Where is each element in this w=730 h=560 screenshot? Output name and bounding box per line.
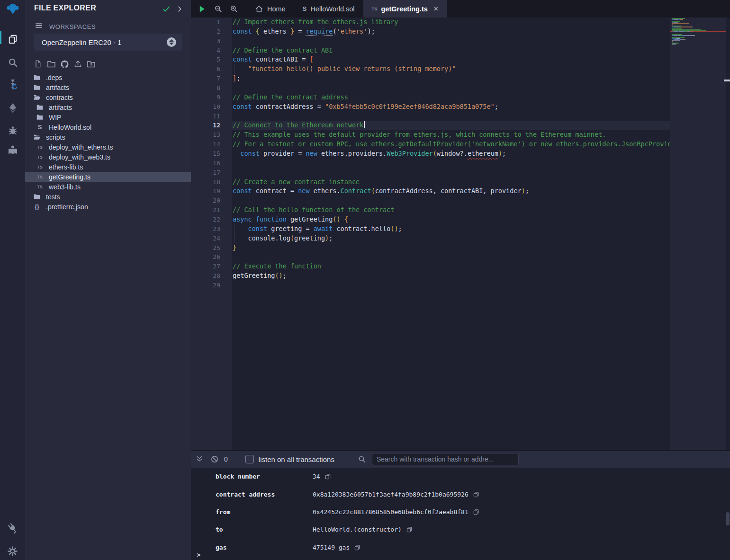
line-number: 23 <box>191 224 220 234</box>
zoom-out-icon[interactable] <box>212 3 224 15</box>
run-script-button[interactable] <box>196 3 208 15</box>
code-line-4: ​// Define the contract ABI <box>232 46 670 55</box>
folder-open-icon <box>33 94 41 101</box>
deploy-run-icon[interactable] <box>7 102 19 114</box>
line-number: 9 <box>191 93 220 102</box>
upload-file-icon[interactable] <box>73 59 82 69</box>
ts-file-icon: TS <box>36 163 44 171</box>
code-line-22: ​async function getGreeting() { <box>232 215 670 224</box>
json-file-icon: {} <box>33 203 41 211</box>
indent-guide <box>234 64 234 74</box>
workspace-select[interactable]: OpenZeppelin ERC20 - 1 <box>34 34 182 51</box>
new-folder-icon[interactable] <box>46 59 56 69</box>
copy-icon[interactable] <box>324 473 331 480</box>
file-tree: .depsartifactscontractsartifactsWIPSHell… <box>25 72 191 212</box>
terminal-row-label: contract address <box>216 491 275 498</box>
code-line-14: ​// For a testnet or custom RPC, use eth… <box>232 140 670 149</box>
copy-icon[interactable] <box>473 508 479 516</box>
copy-icon[interactable] <box>354 544 360 551</box>
learneth-icon[interactable] <box>7 144 19 156</box>
editor-column: HomeSHelloWorld.solTSgetGreeting.ts✕ 123… <box>191 0 730 560</box>
code-line-5: ​const contractABI = [ <box>232 55 670 64</box>
terminal-collapse-icon[interactable] <box>194 453 205 465</box>
folder-icon <box>36 114 44 121</box>
line-number: 3 <box>191 36 220 46</box>
tab-helloworld-sol[interactable]: SHelloWorld.sol <box>294 0 363 18</box>
terminal-search-input[interactable] <box>372 453 519 465</box>
tree-item-getgreeting-ts[interactable]: TSgetGreeting.ts <box>25 172 191 182</box>
tree-item--prettierrc-json[interactable]: {}.prettierrc.json <box>25 202 191 212</box>
settings-icon[interactable] <box>7 545 19 557</box>
line-number: 22 <box>191 215 220 224</box>
tree-item-contracts[interactable]: contracts <box>25 92 191 102</box>
remix-logo[interactable] <box>7 2 19 15</box>
plugin-manager-icon[interactable] <box>7 522 19 534</box>
tab-getgreeting-ts[interactable]: TSgetGreeting.ts✕ <box>363 0 447 18</box>
line-number: 13 <box>191 130 220 140</box>
close-tab-icon[interactable]: ✕ <box>433 5 439 12</box>
folder-icon <box>33 74 41 81</box>
code-line-26: ​ <box>232 252 670 262</box>
tree-item--deps[interactable]: .deps <box>25 72 191 82</box>
code-line-21: ​// Call the hello function of the contr… <box>232 205 670 215</box>
code-line-11: ​ <box>232 112 670 121</box>
github-icon[interactable] <box>60 59 69 69</box>
terminal-toolbar: 0 listen on all transactions <box>191 450 730 468</box>
folder-icon <box>36 104 44 111</box>
transaction-count: 0 <box>224 455 228 463</box>
copy-icon[interactable] <box>473 491 479 498</box>
solidity-compiler-icon[interactable] <box>7 79 19 91</box>
terminal-row-value: 475149 gas <box>313 544 350 551</box>
code-line-6: ​ "function hello() public view returns … <box>232 64 670 74</box>
activity-bar <box>0 0 26 560</box>
code-line-27: ​// Execute the function <box>232 262 670 271</box>
line-number: 4 <box>191 46 220 55</box>
workspace-select-arrows-icon <box>167 37 176 47</box>
tree-item-ethers-lib-ts[interactable]: TSethers-lib.ts <box>25 162 191 172</box>
tree-item-tests[interactable]: tests <box>25 192 191 202</box>
upload-folder-icon[interactable] <box>86 59 96 69</box>
tree-item-artifacts[interactable]: artifacts <box>25 102 191 112</box>
terminal-row-value: 34 <box>313 473 320 480</box>
tree-item-helloworld-sol[interactable]: SHelloWorld.sol <box>25 122 191 132</box>
file-label: HelloWorld.sol <box>49 124 91 131</box>
line-number: 18 <box>191 178 220 187</box>
copy-icon[interactable] <box>406 526 413 533</box>
tree-item-deploy-with-web3-ts[interactable]: TSdeploy_with_web3.ts <box>25 152 191 162</box>
editor-minimap[interactable] <box>670 18 726 450</box>
tree-item-wip[interactable]: WIP <box>25 112 191 122</box>
terminal-row-label: to <box>216 526 223 533</box>
code-line-8: ​ <box>232 83 670 93</box>
file-label: artifacts <box>49 104 72 111</box>
sol-icon: S <box>303 5 307 12</box>
code-line-25: ​} <box>232 243 670 253</box>
zoom-in-icon[interactable] <box>227 3 240 15</box>
tree-item-deploy-with-ethers-ts[interactable]: TSdeploy_with_ethers.ts <box>25 142 191 152</box>
tab-home[interactable]: Home <box>246 0 294 18</box>
tree-item-scripts[interactable]: scripts <box>25 132 191 142</box>
line-number: 12 <box>191 121 220 130</box>
code-area[interactable]: ​// Import ethers from the ethers.js lib… <box>232 18 670 450</box>
line-number: 27 <box>191 262 220 271</box>
tree-item-web3-lib-ts[interactable]: TSweb3-lib.ts <box>25 182 191 192</box>
tree-item-artifacts[interactable]: artifacts <box>25 82 191 92</box>
code-line-17: ​ <box>232 168 670 178</box>
file-label: deploy_with_ethers.ts <box>49 143 113 151</box>
file-label: getGreeting.ts <box>49 173 90 181</box>
workspaces-menu-icon[interactable] <box>34 21 44 32</box>
workspaces-label: WORKSPACES <box>49 23 96 30</box>
search-icon[interactable] <box>7 56 19 69</box>
file-label: tests <box>46 193 60 201</box>
scrollbar-mark <box>724 80 730 81</box>
line-number: 21 <box>191 205 220 215</box>
code-line-19: ​const contract = new ethers.Contract(co… <box>232 187 670 196</box>
file-label: scripts <box>46 133 65 141</box>
file-explorer-icon[interactable] <box>7 33 19 45</box>
line-number: 7 <box>191 74 220 83</box>
panel-expand-icon[interactable] <box>176 5 183 15</box>
terminal-clear-icon[interactable] <box>209 453 220 465</box>
debugger-icon[interactable] <box>7 124 19 136</box>
terminal-scrollbar[interactable] <box>726 512 730 525</box>
listen-transactions-checkbox[interactable] <box>245 455 254 463</box>
new-file-icon[interactable] <box>33 59 43 69</box>
